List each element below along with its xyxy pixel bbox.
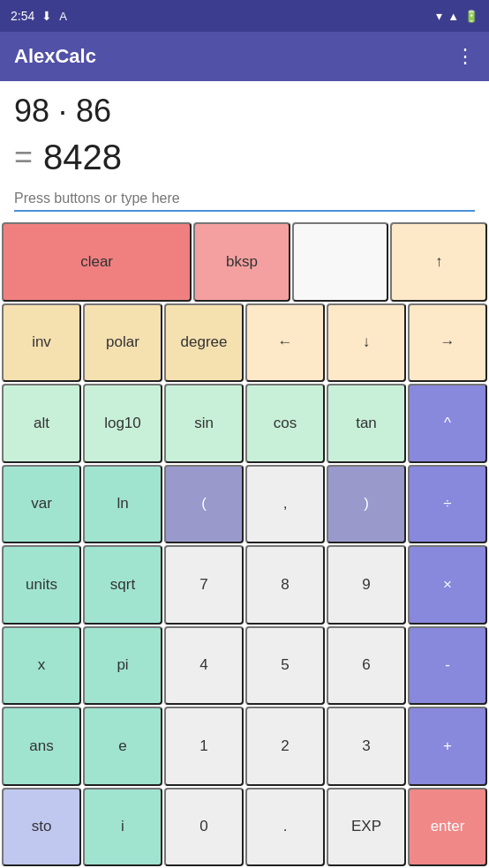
tan-button[interactable]: tan	[327, 384, 406, 463]
status-right: ▾ ▲ 🔋	[436, 9, 478, 23]
six-button[interactable]: 6	[327, 626, 406, 706]
key-row-4: var ln ( , ) ÷	[2, 465, 487, 544]
decimal-button[interactable]: .	[245, 788, 325, 867]
right-arrow-button[interactable]: →	[408, 303, 487, 383]
result-value: 8428	[43, 134, 122, 180]
up-arrow-button[interactable]: ↑	[390, 222, 487, 302]
ln-button[interactable]: ln	[83, 465, 162, 544]
one-button[interactable]: 1	[164, 707, 244, 786]
bksp-button[interactable]: bksp	[193, 222, 290, 302]
sqrt-button[interactable]: sqrt	[83, 545, 162, 625]
status-left: 2:54 ⬇ A	[11, 9, 67, 23]
key-row-6: x pi 4 5 6 -	[2, 626, 487, 706]
font-icon: A	[59, 10, 67, 23]
alt-button[interactable]: alt	[2, 384, 81, 463]
download-icon: ⬇	[41, 9, 52, 23]
app-title: AlexCalc	[14, 45, 96, 68]
three-button[interactable]: 3	[327, 707, 406, 786]
empty-button-1	[292, 222, 389, 302]
ans-button[interactable]: ans	[2, 707, 81, 786]
add-button[interactable]: +	[408, 707, 487, 786]
subtract-button[interactable]: -	[408, 626, 487, 706]
degree-button[interactable]: degree	[164, 303, 244, 383]
result-display: = 8428	[14, 131, 475, 180]
down-arrow-button[interactable]: ↓	[327, 303, 406, 383]
eight-button[interactable]: 8	[245, 545, 325, 625]
signal-icon: ▲	[448, 10, 459, 23]
expression-display: 98 · 86	[14, 92, 475, 131]
left-arrow-button[interactable]: ←	[245, 303, 325, 383]
equals-sign: =	[14, 137, 33, 178]
key-row-8: sto i 0 . EXP enter	[2, 788, 487, 867]
var-button[interactable]: var	[2, 465, 81, 544]
wifi-icon: ▾	[436, 9, 442, 23]
log10-button[interactable]: log10	[83, 384, 162, 463]
exp-button[interactable]: EXP	[327, 788, 406, 867]
cos-button[interactable]: cos	[245, 384, 325, 463]
comma-button[interactable]: ,	[245, 465, 325, 544]
sto-button[interactable]: sto	[2, 788, 81, 867]
open-paren-button[interactable]: (	[164, 465, 244, 544]
expression-input[interactable]	[14, 187, 475, 212]
status-time: 2:54	[11, 9, 34, 23]
polar-button[interactable]: polar	[83, 303, 162, 383]
app-bar: AlexCalc ⋮	[0, 32, 489, 81]
keypad: clear bksp ↑ inv polar degree ← ↓ → alt …	[0, 219, 489, 868]
multiply-button[interactable]: ×	[408, 545, 487, 625]
key-row-3: alt log10 sin cos tan ^	[2, 384, 487, 463]
key-row-5: units sqrt 7 8 9 ×	[2, 545, 487, 625]
power-button[interactable]: ^	[408, 384, 487, 463]
enter-button[interactable]: enter	[408, 788, 487, 867]
seven-button[interactable]: 7	[164, 545, 244, 625]
i-button[interactable]: i	[83, 788, 162, 867]
menu-icon[interactable]: ⋮	[455, 45, 475, 68]
key-row-2: inv polar degree ← ↓ →	[2, 303, 487, 383]
key-row-1: clear bksp ↑	[2, 222, 487, 302]
five-button[interactable]: 5	[245, 626, 325, 706]
sin-button[interactable]: sin	[164, 384, 244, 463]
inv-button[interactable]: inv	[2, 303, 81, 383]
battery-icon: 🔋	[464, 10, 478, 23]
x-button[interactable]: x	[2, 626, 81, 706]
two-button[interactable]: 2	[245, 707, 325, 786]
nine-button[interactable]: 9	[327, 545, 406, 625]
four-button[interactable]: 4	[164, 626, 244, 706]
close-paren-button[interactable]: )	[327, 465, 406, 544]
key-row-7: ans e 1 2 3 +	[2, 707, 487, 786]
pi-button[interactable]: pi	[83, 626, 162, 706]
e-button[interactable]: e	[83, 707, 162, 786]
status-bar: 2:54 ⬇ A ▾ ▲ 🔋	[0, 0, 489, 32]
display-area: 98 · 86 = 8428	[0, 81, 489, 180]
input-row	[0, 180, 489, 212]
zero-button[interactable]: 0	[164, 788, 244, 867]
divide-button[interactable]: ÷	[408, 465, 487, 544]
units-button[interactable]: units	[2, 545, 81, 625]
clear-button[interactable]: clear	[2, 222, 192, 302]
